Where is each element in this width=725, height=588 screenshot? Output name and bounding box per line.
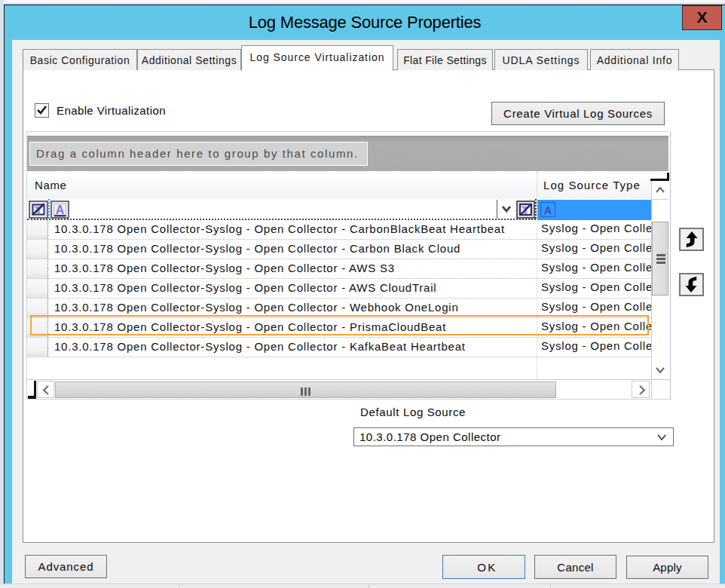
- svg-text:A: A: [544, 204, 552, 216]
- svg-text:A: A: [56, 204, 65, 216]
